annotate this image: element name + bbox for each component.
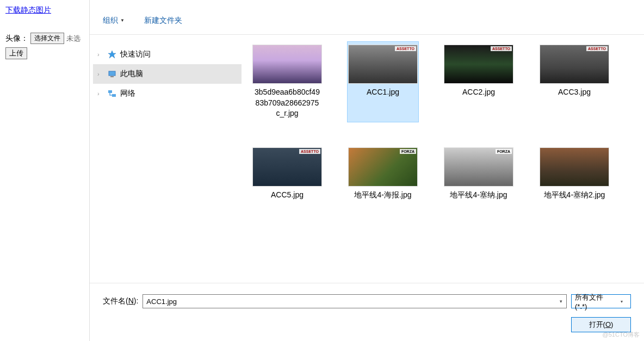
file-name-label: 地平线4-塞纳.jpg bbox=[450, 190, 507, 201]
watermark: @51CTO博客 bbox=[603, 331, 640, 339]
avatar-label: 头像： bbox=[5, 34, 28, 44]
no-file-selected-text: 未选 bbox=[66, 34, 81, 44]
nav-label: 此电脑 bbox=[120, 69, 143, 79]
thumbnail-badge: FORZA bbox=[400, 149, 416, 154]
file-grid: 3b5d9eaa6b80cf4983b709a28662975c_r.jpgAS… bbox=[245, 35, 644, 283]
chevron-down-icon: ▼ bbox=[120, 18, 125, 23]
thumbnail-badge: ASSETTO bbox=[586, 46, 608, 51]
file-thumbnail bbox=[252, 45, 322, 84]
chevron-right-icon: › bbox=[97, 51, 104, 58]
nav-this-pc[interactable]: › 此电脑 bbox=[93, 64, 242, 84]
thumbnail-badge: ASSETTO bbox=[395, 46, 416, 51]
chevron-down-icon: ▾ bbox=[616, 299, 627, 304]
file-thumbnail: FORZA bbox=[348, 147, 418, 187]
filter-label: 所有文件 (*.*) bbox=[575, 293, 616, 311]
chevron-right-icon: › bbox=[97, 71, 104, 77]
chevron-down-icon[interactable]: ▾ bbox=[555, 299, 566, 304]
file-thumbnail: ASSETTO bbox=[252, 147, 322, 187]
filename-label: 文件名(N): bbox=[103, 296, 138, 306]
organize-menu[interactable]: 组织 ▼ bbox=[103, 16, 125, 26]
file-item[interactable]: ASSETTOACC3.jpg bbox=[538, 41, 610, 122]
file-item[interactable]: 3b5d9eaa6b80cf4983b709a28662975c_r.jpg bbox=[251, 41, 323, 122]
svg-marker-0 bbox=[108, 51, 116, 58]
file-item[interactable]: 地平线4-塞纳2.jpg bbox=[538, 144, 610, 204]
new-folder-button[interactable]: 新建文件夹 bbox=[144, 16, 182, 26]
file-type-filter[interactable]: 所有文件 (*.*) ▾ bbox=[571, 294, 631, 308]
file-name-label: 3b5d9eaa6b80cf4983b709a28662975c_r.jpg bbox=[255, 87, 320, 119]
file-name-label: ACC3.jpg bbox=[558, 87, 591, 98]
file-thumbnail: FORZA bbox=[444, 147, 513, 187]
svg-rect-4 bbox=[112, 94, 116, 97]
file-name-label: ACC2.jpg bbox=[462, 87, 495, 98]
file-item[interactable]: FORZA地平线4-海报.jpg bbox=[347, 144, 419, 204]
network-icon bbox=[107, 89, 117, 98]
new-folder-label: 新建文件夹 bbox=[144, 16, 182, 26]
file-item[interactable]: ASSETTOACC2.jpg bbox=[443, 41, 515, 122]
file-name-label: ACC1.jpg bbox=[367, 87, 399, 98]
computer-icon bbox=[107, 69, 117, 79]
thumbnail-badge: FORZA bbox=[496, 149, 512, 154]
file-item[interactable]: ASSETTOACC1.jpg bbox=[347, 41, 419, 122]
file-name-label: ACC5.jpg bbox=[271, 190, 304, 201]
svg-rect-1 bbox=[109, 71, 115, 76]
download-static-image-link[interactable]: 下载静态图片 bbox=[5, 5, 51, 14]
nav-label: 网络 bbox=[120, 89, 135, 98]
file-thumbnail: ASSETTO bbox=[444, 45, 513, 84]
thumbnail-badge: ASSETTO bbox=[491, 46, 512, 51]
page-left-panel: 下载静态图片 头像： 选择文件 未选 上传 bbox=[0, 0, 89, 341]
nav-label: 快速访问 bbox=[120, 49, 151, 59]
svg-rect-3 bbox=[108, 90, 112, 93]
file-thumbnail: ASSETTO bbox=[348, 45, 418, 84]
file-name-label: 地平线4-海报.jpg bbox=[354, 190, 411, 201]
upload-button[interactable]: 上传 bbox=[5, 47, 27, 59]
thumbnail-badge: ASSETTO bbox=[299, 149, 320, 154]
file-thumbnail: ASSETTO bbox=[540, 45, 609, 84]
nav-network[interactable]: › 网络 bbox=[93, 84, 242, 103]
file-thumbnail bbox=[540, 147, 609, 187]
dialog-footer: 文件名(N): ▾ 所有文件 (*.*) ▾ 打开(O) bbox=[90, 283, 644, 341]
file-open-dialog: 组织 ▼ 新建文件夹 › 快速访问 › bbox=[89, 0, 644, 341]
organize-label: 组织 bbox=[103, 16, 118, 26]
file-item[interactable]: ASSETTOACC5.jpg bbox=[251, 144, 323, 204]
nav-quick-access[interactable]: › 快速访问 bbox=[93, 45, 242, 64]
filename-input[interactable] bbox=[143, 295, 555, 308]
star-icon bbox=[107, 49, 117, 59]
dialog-toolbar: 组织 ▼ 新建文件夹 bbox=[90, 7, 644, 35]
svg-rect-2 bbox=[110, 76, 114, 77]
navigation-tree: › 快速访问 › 此电脑 › bbox=[90, 35, 245, 283]
file-name-label: 地平线4-塞纳2.jpg bbox=[544, 190, 605, 201]
chevron-right-icon: › bbox=[97, 90, 104, 97]
file-item[interactable]: FORZA地平线4-塞纳.jpg bbox=[443, 144, 515, 204]
open-button[interactable]: 打开(O) bbox=[571, 317, 631, 332]
filename-combo[interactable]: ▾ bbox=[143, 294, 567, 308]
choose-file-button[interactable]: 选择文件 bbox=[30, 33, 64, 44]
